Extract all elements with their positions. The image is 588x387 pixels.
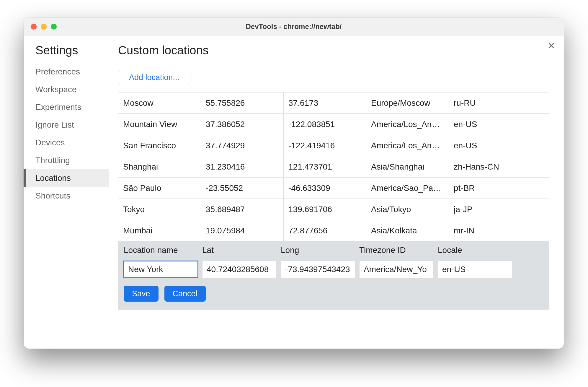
- window-controls: [24, 24, 57, 30]
- window-title: DevTools - chrome://newtab/: [24, 22, 564, 31]
- settings-sidebar: Settings Preferences Workspace Experimen…: [24, 35, 109, 349]
- new-location-editor: Location name Lat Long Timezone ID Local…: [118, 241, 549, 309]
- cell-lat: 37.386052: [201, 114, 284, 135]
- cell-locale: pt-BR: [449, 178, 549, 199]
- save-button[interactable]: Save: [124, 286, 159, 302]
- settings-main-panel: Custom locations Add location... Moscow …: [109, 35, 564, 349]
- cell-timezone: Asia/Tokyo: [366, 199, 449, 220]
- header-lat: Lat: [202, 245, 281, 255]
- cell-lat: 55.755826: [201, 92, 284, 113]
- page-title: Custom locations: [118, 44, 549, 63]
- cell-timezone: America/Los_An…: [366, 135, 449, 156]
- cell-location-name: Mumbai: [118, 220, 201, 241]
- sidebar-item-label: Ignore List: [35, 120, 74, 130]
- cell-long: 72.877656: [284, 220, 366, 241]
- cell-location-name: Shanghai: [118, 156, 201, 177]
- sidebar-item-ignore-list[interactable]: Ignore List: [24, 116, 109, 134]
- table-row[interactable]: Mumbai 19.075984 72.877656 Asia/Kolkata …: [118, 220, 549, 241]
- cancel-button[interactable]: Cancel: [164, 286, 206, 302]
- close-settings-button[interactable]: ✕: [548, 41, 555, 50]
- cell-long: 139.691706: [284, 199, 366, 220]
- sidebar-item-preferences[interactable]: Preferences: [24, 63, 109, 81]
- cell-lat: 31.230416: [201, 156, 284, 177]
- cell-long: 37.6173: [284, 92, 366, 113]
- location-name-input[interactable]: [124, 261, 198, 278]
- lat-input[interactable]: [202, 261, 277, 278]
- header-locale: Locale: [438, 245, 543, 255]
- sidebar-item-label: Locations: [35, 173, 71, 183]
- locale-input[interactable]: [438, 261, 512, 278]
- sidebar-item-label: Workspace: [35, 85, 77, 94]
- cell-locale: mr-IN: [449, 220, 549, 241]
- cell-locale: ja-JP: [449, 199, 549, 220]
- add-location-button[interactable]: Add location...: [118, 70, 190, 85]
- table-row[interactable]: Shanghai 31.230416 121.473701 Asia/Shang…: [118, 156, 549, 178]
- cell-lat: -23.55052: [201, 178, 284, 199]
- cell-long: 121.473701: [284, 156, 366, 177]
- sidebar-item-locations[interactable]: Locations: [24, 169, 109, 187]
- sidebar-item-throttling[interactable]: Throttling: [24, 152, 109, 169]
- sidebar-item-devices[interactable]: Devices: [24, 134, 109, 152]
- cell-locale: zh-Hans-CN: [449, 156, 549, 177]
- cell-location-name: Mountain View: [118, 114, 201, 135]
- cell-location-name: Tokyo: [118, 199, 201, 220]
- zoom-window-icon[interactable]: [51, 24, 57, 30]
- cell-long: -46.633309: [284, 178, 366, 199]
- table-row[interactable]: San Francisco 37.774929 -122.419416 Amer…: [118, 135, 549, 156]
- table-row[interactable]: Moscow 55.755826 37.6173 Europe/Moscow r…: [118, 92, 549, 114]
- cell-long: -122.419416: [284, 135, 366, 156]
- table-row[interactable]: Mountain View 37.386052 -122.083851 Amer…: [118, 114, 549, 135]
- sidebar-item-label: Shortcuts: [35, 191, 70, 201]
- cell-timezone: America/Sao_Pa…: [366, 178, 449, 199]
- cell-location-name: São Paulo: [118, 178, 201, 199]
- cell-lat: 19.075984: [201, 220, 284, 241]
- cell-locale: en-US: [449, 114, 549, 135]
- header-timezone: Timezone ID: [359, 245, 438, 255]
- cell-locale: ru-RU: [449, 92, 549, 113]
- cell-timezone: America/Los_An…: [366, 114, 449, 135]
- sidebar-item-experiments[interactable]: Experiments: [24, 98, 109, 116]
- sidebar-item-shortcuts[interactable]: Shortcuts: [24, 187, 109, 205]
- close-window-icon[interactable]: [31, 24, 37, 30]
- cell-locale: en-US: [449, 135, 549, 156]
- sidebar-item-label: Devices: [35, 138, 65, 147]
- sidebar-item-label: Throttling: [35, 156, 70, 165]
- cell-location-name: Moscow: [118, 92, 201, 113]
- devtools-settings-window: DevTools - chrome://newtab/ ✕ Settings P…: [24, 18, 564, 349]
- settings-heading: Settings: [24, 44, 109, 63]
- header-long: Long: [281, 245, 359, 255]
- cell-timezone: Asia/Kolkata: [366, 220, 449, 241]
- sidebar-item-workspace[interactable]: Workspace: [24, 81, 109, 98]
- header-location-name: Location name: [124, 245, 202, 255]
- window-titlebar: DevTools - chrome://newtab/: [24, 18, 564, 35]
- minimize-window-icon[interactable]: [41, 24, 47, 30]
- table-row[interactable]: São Paulo -23.55052 -46.633309 America/S…: [118, 178, 549, 199]
- table-row[interactable]: Tokyo 35.689487 139.691706 Asia/Tokyo ja…: [118, 199, 549, 220]
- cell-long: -122.083851: [284, 114, 366, 135]
- cell-lat: 37.774929: [201, 135, 284, 156]
- sidebar-item-label: Experiments: [35, 103, 81, 112]
- locations-table: Moscow 55.755826 37.6173 Europe/Moscow r…: [118, 92, 549, 310]
- cell-location-name: San Francisco: [118, 135, 201, 156]
- cell-lat: 35.689487: [201, 199, 284, 220]
- timezone-input[interactable]: [359, 261, 434, 278]
- long-input[interactable]: [281, 261, 355, 278]
- cell-timezone: Asia/Shanghai: [366, 156, 449, 177]
- cell-timezone: Europe/Moscow: [366, 92, 449, 113]
- sidebar-item-label: Preferences: [35, 67, 80, 77]
